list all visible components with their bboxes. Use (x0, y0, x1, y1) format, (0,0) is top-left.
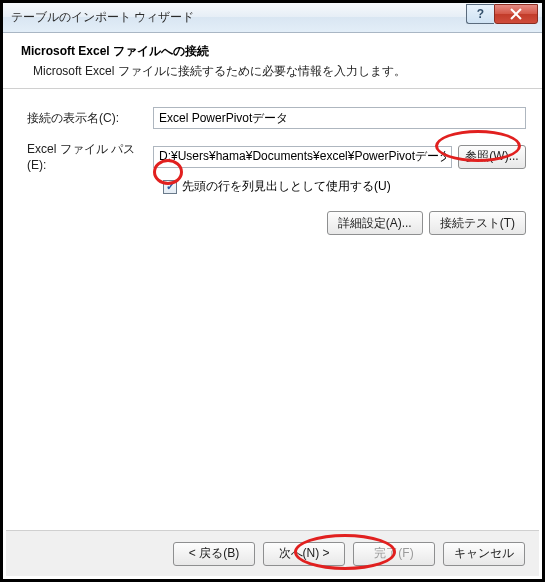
first-row-header-row: 先頭の行を列見出しとして使用する(U) (163, 178, 526, 195)
file-path-input[interactable] (153, 146, 452, 168)
finish-button[interactable]: 完了(F) (353, 542, 435, 566)
file-path-row: Excel ファイル パス(E): 参照(W)... (27, 141, 526, 172)
close-button[interactable] (494, 4, 538, 24)
close-icon (510, 8, 521, 19)
wizard-header: Microsoft Excel ファイルへの接続 Microsoft Excel… (3, 33, 542, 89)
first-row-header-label: 先頭の行を列見出しとして使用する(U) (182, 178, 391, 195)
header-title: Microsoft Excel ファイルへの接続 (21, 43, 524, 60)
advanced-button[interactable]: 詳細設定(A)... (327, 211, 423, 235)
help-button[interactable]: ? (466, 4, 494, 24)
dialog-window: テーブルのインポート ウィザード ? Microsoft Excel ファイルへ… (0, 0, 545, 582)
window-title: テーブルのインポート ウィザード (11, 9, 466, 26)
friendly-name-label: 接続の表示名(C): (27, 110, 153, 127)
friendly-name-row: 接続の表示名(C): (27, 107, 526, 129)
cancel-button[interactable]: キャンセル (443, 542, 525, 566)
options-row: 詳細設定(A)... 接続テスト(T) (27, 211, 526, 235)
help-icon: ? (477, 7, 484, 21)
friendly-name-input[interactable] (153, 107, 526, 129)
test-connection-button[interactable]: 接続テスト(T) (429, 211, 526, 235)
wizard-body: 接続の表示名(C): Excel ファイル パス(E): 参照(W)... 先頭… (3, 89, 542, 241)
browse-button[interactable]: 参照(W)... (458, 145, 526, 169)
first-row-header-checkbox[interactable] (163, 180, 177, 194)
wizard-footer: < 戻る(B) 次へ(N) > 完了(F) キャンセル (6, 530, 539, 576)
back-button[interactable]: < 戻る(B) (173, 542, 255, 566)
next-button[interactable]: 次へ(N) > (263, 542, 345, 566)
file-path-label: Excel ファイル パス(E): (27, 141, 153, 172)
header-description: Microsoft Excel ファイルに接続するために必要な情報を入力します。 (21, 63, 524, 80)
title-bar: テーブルのインポート ウィザード ? (3, 3, 542, 33)
